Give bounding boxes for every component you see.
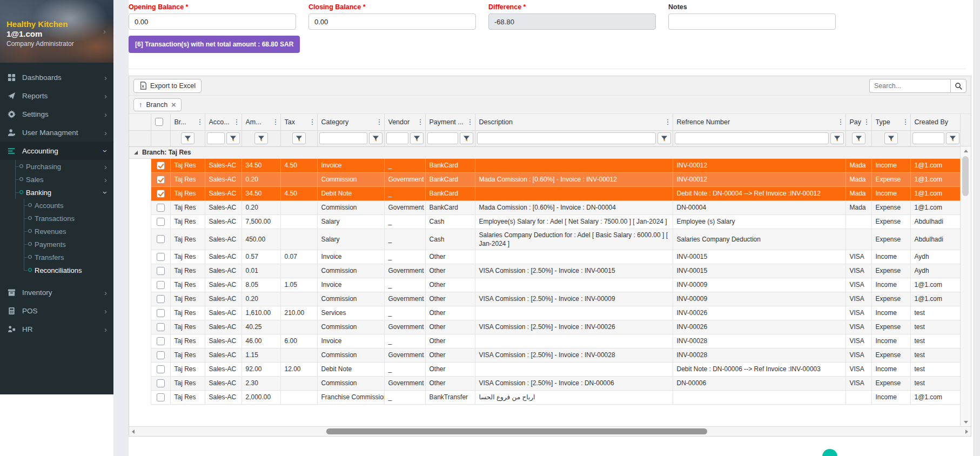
closing-balance-input[interactable] — [308, 14, 476, 30]
export-to-excel-button[interactable]: x Export to Excel — [133, 79, 202, 93]
group-collapse-arrow[interactable] — [134, 151, 138, 155]
sidebar-item-purchasing[interactable]: Purchasing› — [0, 160, 113, 173]
opening-balance-input[interactable] — [129, 14, 296, 30]
sidebar-item-transfers[interactable]: Transfers — [0, 251, 113, 264]
filter-input-reference[interactable] — [675, 132, 829, 144]
column-menu-icon[interactable]: ⋮ — [902, 118, 908, 126]
profile-panel[interactable]: Healthy Kitchen 1@1.com Company Administ… — [0, 0, 113, 63]
table-row[interactable]: Taj ResSales-AC8.051.05Invoice_OtherINV-… — [129, 278, 960, 292]
scroll-down-button[interactable] — [961, 418, 971, 426]
search-input[interactable] — [869, 79, 950, 93]
column-header-type[interactable]: Type⋮ — [871, 114, 910, 130]
row-checkbox[interactable] — [157, 176, 165, 184]
sidebar-item-dashboards[interactable]: Dashboards› — [0, 68, 113, 86]
column-header-reference[interactable]: Refrence Number⋮ — [673, 114, 845, 130]
row-checkbox[interactable] — [157, 267, 165, 275]
sidebar-item-accounts[interactable]: Accounts — [0, 199, 113, 212]
row-checkbox[interactable] — [157, 253, 165, 261]
filter-funnel-button[interactable] — [830, 132, 844, 144]
table-row[interactable]: Taj ResSales-AC46.006.00Invoice_OtherINV… — [129, 334, 960, 348]
filter-input-account[interactable] — [207, 132, 225, 144]
select-all-checkbox[interactable] — [155, 118, 163, 126]
table-row[interactable]: Taj ResSales-AC34.504.50Debit Note_BankC… — [129, 186, 960, 200]
column-header-category[interactable]: Category⋮ — [317, 114, 384, 130]
sidebar-item-payments[interactable]: Payments — [0, 238, 113, 251]
table-row[interactable]: Taj ResSales-AC40.25CommissionGovernment… — [129, 320, 960, 334]
filter-funnel-button[interactable] — [181, 132, 194, 144]
filter-funnel-button[interactable] — [369, 132, 382, 144]
row-checkbox[interactable] — [157, 351, 165, 359]
column-menu-icon[interactable]: ⋮ — [417, 118, 423, 126]
column-header-vendor[interactable]: Vendor⋮ — [384, 114, 425, 130]
filter-input-created_by[interactable] — [912, 132, 945, 144]
row-checkbox[interactable] — [157, 393, 165, 401]
table-row[interactable]: Taj ResSales-AC1.15CommissionGovernmentO… — [129, 348, 960, 362]
row-checkbox[interactable] — [157, 190, 165, 198]
row-checkbox[interactable] — [157, 204, 165, 212]
filter-funnel-button[interactable] — [657, 132, 671, 144]
filter-funnel-button[interactable] — [884, 132, 898, 144]
table-row[interactable]: Taj ResSales-AC2,000.00Franchise Commiss… — [129, 390, 960, 404]
group-chip-branch[interactable]: ↑ Branch × — [133, 98, 182, 111]
column-header-created_by[interactable]: Created By — [910, 114, 960, 130]
grid-horizontal-scrollbar[interactable] — [129, 426, 971, 436]
column-menu-icon[interactable]: ⋮ — [197, 118, 203, 126]
column-header-account[interactable]: Acco...⋮ — [205, 114, 241, 130]
table-row[interactable]: Taj ResSales-AC0.20CommissionGovernmentB… — [129, 172, 960, 186]
column-menu-icon[interactable]: ⋮ — [863, 118, 869, 126]
sidebar-item-user-managment[interactable]: User Managment› — [0, 123, 113, 142]
filter-funnel-button[interactable] — [852, 132, 865, 144]
sidebar-item-accounting[interactable]: Accounting› — [0, 142, 113, 160]
table-row[interactable]: Taj ResSales-AC1,610.00210.00Services_Ot… — [129, 306, 960, 320]
table-row[interactable]: Taj ResSales-AC0.570.07Invoice_OtherINV-… — [129, 250, 960, 264]
filter-funnel-button[interactable] — [292, 132, 306, 144]
sidebar-item-hr[interactable]: HR› — [0, 320, 113, 338]
filter-funnel-button[interactable] — [254, 132, 268, 144]
notes-input[interactable] — [668, 14, 836, 30]
column-header-amount[interactable]: Am...⋮ — [241, 114, 280, 130]
row-checkbox[interactable] — [157, 337, 165, 345]
sidebar-item-sales[interactable]: Sales› — [0, 173, 113, 186]
sidebar-item-pos[interactable]: POS› — [0, 301, 113, 320]
grid-vertical-scrollbar[interactable] — [960, 114, 971, 426]
column-menu-icon[interactable]: ⋮ — [272, 118, 278, 126]
column-menu-icon[interactable]: ⋮ — [233, 118, 239, 126]
sidebar-item-transactions[interactable]: Transactions — [0, 212, 113, 225]
horizontal-scroll-thumb[interactable] — [326, 428, 707, 434]
row-checkbox[interactable] — [157, 281, 165, 289]
sidebar-item-inventory[interactable]: Inventory› — [0, 283, 113, 301]
filter-input-payment[interactable] — [427, 132, 458, 144]
sidebar-item-revenues[interactable]: Revenues — [0, 225, 113, 238]
scroll-up-button[interactable] — [961, 146, 971, 155]
row-checkbox[interactable] — [157, 235, 165, 243]
column-header-payment[interactable]: Payment ...⋮ — [425, 114, 475, 130]
table-row[interactable]: Taj ResSales-AC450.00Salary_CashSalaries… — [129, 229, 960, 250]
table-row[interactable]: Taj ResSales-AC2.30CommissionGovernmentO… — [129, 376, 960, 390]
table-row[interactable]: Taj ResSales-AC92.0012.00Debit Note_Othe… — [129, 362, 960, 376]
column-menu-icon[interactable]: ⋮ — [664, 118, 670, 126]
column-header-tax[interactable]: Tax⋮ — [280, 114, 317, 130]
row-checkbox[interactable] — [157, 365, 165, 373]
column-header-branch[interactable]: Br...⋮ — [170, 114, 205, 130]
vertical-scroll-track[interactable] — [961, 155, 971, 418]
page-scrollbar[interactable] — [974, 0, 980, 456]
scroll-right-button[interactable] — [965, 430, 968, 434]
column-menu-icon[interactable]: ⋮ — [467, 118, 473, 126]
sidebar-item-reconciliations[interactable]: Reconciliations — [0, 264, 113, 277]
row-checkbox[interactable] — [157, 218, 165, 226]
vertical-scroll-thumb[interactable] — [962, 156, 969, 196]
row-checkbox[interactable] — [157, 323, 165, 331]
column-menu-icon[interactable]: ⋮ — [376, 118, 382, 126]
sidebar-item-banking[interactable]: Banking› — [0, 186, 113, 199]
filter-input-vendor[interactable] — [386, 132, 408, 144]
table-row[interactable]: Taj ResSales-AC7,500.00Salary_CashEmploy… — [129, 214, 960, 229]
filter-funnel-button[interactable] — [226, 132, 240, 144]
filter-input-description[interactable] — [477, 132, 656, 144]
column-header-pay[interactable]: Pay⋮ — [845, 114, 871, 130]
column-menu-icon[interactable]: ⋮ — [309, 118, 315, 126]
sidebar-item-reports[interactable]: Reports› — [0, 86, 113, 105]
table-row[interactable]: Taj ResSales-AC0.20CommissionGovernmentB… — [129, 200, 960, 214]
column-header-select[interactable] — [151, 114, 170, 130]
row-checkbox[interactable] — [157, 162, 165, 170]
row-checkbox[interactable] — [157, 309, 165, 317]
